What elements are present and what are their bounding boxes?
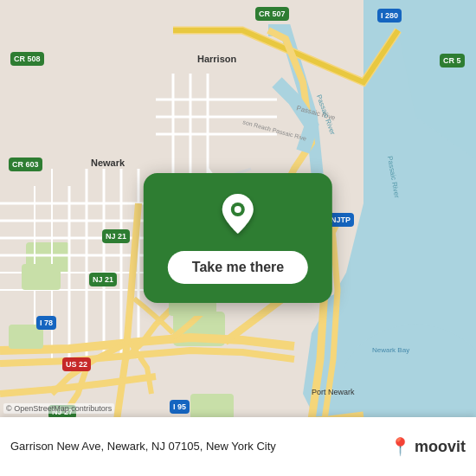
- moovit-logo-text: moovit: [415, 438, 466, 456]
- address-text: Garrison New Ave, Newark, NJ 07105, New …: [10, 440, 389, 454]
- svg-point-31: [235, 206, 241, 213]
- take-me-there-button[interactable]: Take me there: [168, 251, 308, 284]
- action-card: Take me there: [144, 173, 332, 303]
- route-badge-us22: US 22: [62, 357, 91, 371]
- route-badge-cr5: CR 5: [440, 54, 465, 68]
- label-harrison: Harrison: [197, 54, 236, 64]
- moovit-pin-icon: 📍: [389, 436, 411, 457]
- route-badge-i95: I 95: [170, 400, 190, 414]
- route-badge-cr603: CR 603: [9, 158, 42, 171]
- label-passaic-river: Passaic River: [315, 93, 337, 136]
- map-container: Passaic Rive son Reach Passaic Rive CR 5…: [0, 0, 476, 476]
- route-badge-i280: I 280: [377, 9, 402, 23]
- route-badge-nj21b: NJ 21: [89, 273, 117, 286]
- svg-text:son Reach Passaic Rive: son Reach Passaic Rive: [242, 119, 307, 141]
- route-badge-nj21a: NJ 21: [102, 229, 130, 243]
- moovit-logo: 📍 moovit: [389, 436, 466, 457]
- bottom-bar: Garrison New Ave, Newark, NJ 07105, New …: [0, 417, 476, 476]
- route-badge-cr508: CR 508: [10, 52, 44, 66]
- svg-text:Passaic Rive: Passaic Rive: [295, 104, 337, 122]
- label-newark: Newark: [91, 158, 125, 168]
- map-attribution: © OpenStreetMap contributors: [3, 403, 114, 414]
- route-badge-cr507: CR 507: [255, 7, 289, 21]
- map-pin-icon: [216, 190, 260, 241]
- svg-rect-27: [190, 394, 234, 420]
- route-badge-i78a: I 78: [36, 316, 56, 330]
